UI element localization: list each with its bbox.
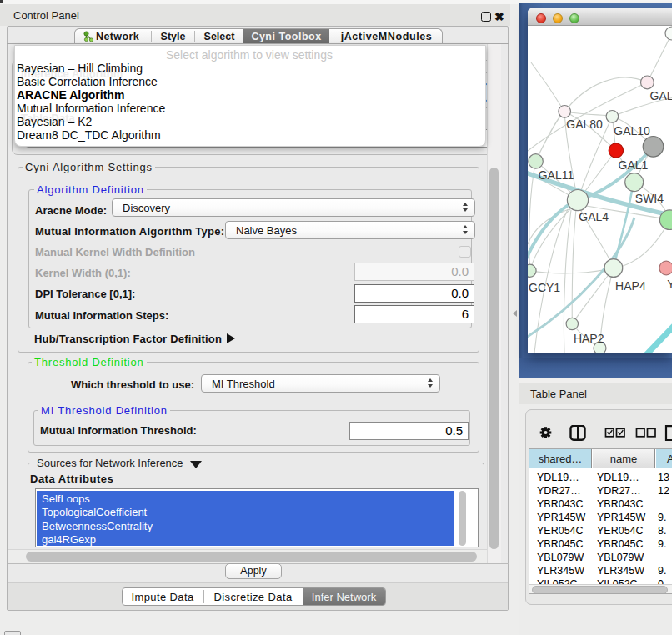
svg-text:GAL11: GAL11 <box>539 168 574 182</box>
svg-text:GAL7: GAL7 <box>650 89 672 102</box>
svg-text:GAL4: GAL4 <box>579 210 609 223</box>
svg-text:Y: Y <box>667 278 672 291</box>
svg-text:GAL1: GAL1 <box>619 158 649 172</box>
svg-text:GCY1: GCY1 <box>529 281 560 294</box>
svg-text:SWI4: SWI4 <box>635 192 664 205</box>
svg-text:GAL80: GAL80 <box>566 118 603 131</box>
svg-text:HAP4: HAP4 <box>615 279 646 292</box>
svg-text:GAL10: GAL10 <box>614 124 650 138</box>
svg-text:HAP2: HAP2 <box>574 332 604 345</box>
